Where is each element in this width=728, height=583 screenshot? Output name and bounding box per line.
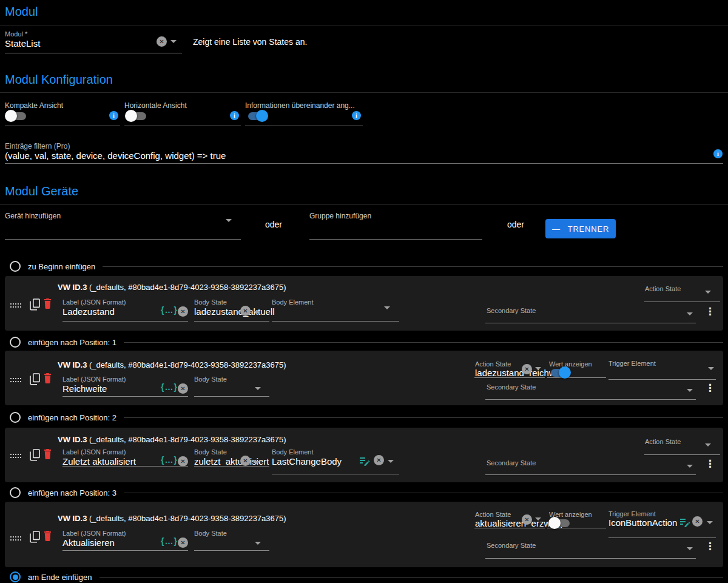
chevron-down-icon[interactable] xyxy=(254,461,260,464)
horizontale-ansicht-switch[interactable] xyxy=(125,110,147,122)
chevron-down-icon[interactable] xyxy=(535,517,541,521)
radio-position-1[interactable] xyxy=(10,337,21,348)
label-json-value[interactable]: Aktualisieren xyxy=(62,538,115,548)
field-underline xyxy=(608,379,716,380)
radio-position-2[interactable] xyxy=(10,412,21,423)
chevron-down-icon[interactable] xyxy=(687,547,693,550)
chevron-down-icon[interactable] xyxy=(255,387,261,390)
radio-position-3[interactable] xyxy=(10,487,21,498)
insert-position-row[interactable]: einfügen nach Position: 3 xyxy=(10,488,723,497)
chevron-down-icon[interactable] xyxy=(254,311,260,314)
field-underline xyxy=(644,454,720,455)
copy-icon[interactable] xyxy=(30,373,40,385)
clear-icon[interactable]: ✕ xyxy=(157,36,167,47)
label-json-value[interactable]: Zuletzt aktualisiert xyxy=(62,456,136,467)
wert-anzeigen-switch[interactable] xyxy=(548,366,571,379)
delete-icon[interactable] xyxy=(44,373,52,383)
chevron-down-icon[interactable] xyxy=(687,312,693,315)
chevron-down-icon[interactable] xyxy=(708,367,714,370)
drag-handle-icon[interactable] xyxy=(10,536,23,541)
clear-icon[interactable]: ✕ xyxy=(178,306,188,317)
chevron-down-icon[interactable] xyxy=(705,291,711,294)
clear-icon[interactable]: ✕ xyxy=(240,456,251,466)
chevron-down-icon[interactable] xyxy=(388,460,394,463)
radio-label[interactable]: einfügen nach Position: 1 xyxy=(28,338,116,347)
device-card: VW ID.3 (_defaults, #80bad4e1-8d79-4023-… xyxy=(5,502,723,567)
radio-label[interactable]: einfügen nach Position: 2 xyxy=(28,413,116,422)
radio-rule xyxy=(124,417,723,418)
informationen-switch[interactable] xyxy=(246,110,268,122)
playlist-edit-icon[interactable] xyxy=(360,457,370,466)
insert-position-row[interactable]: einfügen nach Position: 1 xyxy=(10,337,723,347)
field-label: Body State xyxy=(194,530,227,537)
more-options-icon[interactable]: ⋮ xyxy=(705,459,715,469)
field-underline xyxy=(62,466,188,467)
copy-icon[interactable] xyxy=(30,449,40,461)
clear-icon[interactable]: ✕ xyxy=(374,455,384,465)
copy-icon[interactable] xyxy=(30,531,40,543)
info-icon[interactable]: i xyxy=(230,111,239,120)
wert-anzeigen-switch[interactable] xyxy=(548,517,571,529)
trenner-button-label: TRENNER xyxy=(568,224,609,234)
field-label: Trigger Element xyxy=(608,360,656,367)
info-icon[interactable]: i xyxy=(352,111,361,120)
radio-label[interactable]: am Ende einfügen xyxy=(28,573,92,582)
delete-icon[interactable] xyxy=(44,531,52,541)
chevron-down-icon[interactable] xyxy=(226,219,232,222)
clear-icon[interactable]: ✕ xyxy=(240,306,251,316)
trenner-button[interactable]: — TRENNER xyxy=(545,219,616,238)
chevron-down-icon[interactable] xyxy=(687,389,693,392)
clear-icon[interactable]: ✕ xyxy=(692,516,703,527)
filter-field-value[interactable]: (value, val, state, device, deviceConfig… xyxy=(5,150,226,161)
chevron-down-icon[interactable] xyxy=(255,542,261,545)
json-editor-icon[interactable]: {…} xyxy=(161,536,178,546)
radio-am-ende[interactable] xyxy=(10,571,21,582)
more-options-icon[interactable]: ⋮ xyxy=(705,383,715,393)
clear-icon[interactable]: ✕ xyxy=(178,456,188,467)
field-label: Secondary State xyxy=(487,383,536,391)
field-underline xyxy=(194,550,269,551)
more-options-icon[interactable]: ⋮ xyxy=(705,306,715,317)
toggle-label: Horizontale Ansicht xyxy=(124,101,187,110)
info-icon[interactable]: i xyxy=(109,111,118,120)
info-icon[interactable]: i xyxy=(713,149,723,158)
label-json-value[interactable]: Ladezustand xyxy=(62,306,115,317)
drag-handle-icon[interactable] xyxy=(10,303,23,308)
insert-position-row[interactable]: zu Beginn einfügen xyxy=(10,261,723,271)
json-editor-icon[interactable]: {…} xyxy=(161,305,178,315)
json-editor-icon[interactable]: {…} xyxy=(161,382,178,392)
body-state-value[interactable]: ladezustand_aktuell xyxy=(194,306,275,317)
chevron-down-icon[interactable] xyxy=(170,40,177,43)
insert-position-row[interactable]: am Ende einfügen xyxy=(10,572,723,582)
copy-icon[interactable] xyxy=(30,298,40,311)
label-json-value[interactable]: Reichweite xyxy=(62,383,107,394)
field-label: Body State xyxy=(194,448,227,456)
playlist-edit-icon[interactable] xyxy=(680,518,690,527)
field-underline xyxy=(62,396,188,397)
drag-handle-icon[interactable] xyxy=(10,377,23,383)
more-options-icon[interactable]: ⋮ xyxy=(705,541,715,551)
json-editor-icon[interactable]: {…} xyxy=(161,455,178,465)
drag-handle-icon[interactable] xyxy=(10,453,23,459)
kompakte-ansicht-switch[interactable] xyxy=(5,110,27,122)
body-element-value[interactable]: LastChangeBody xyxy=(272,456,342,467)
device-card: VW ID.3 (_defaults, #80bad4e1-8d79-4023-… xyxy=(5,276,723,331)
radio-zu-beginn[interactable] xyxy=(10,261,21,272)
radio-label[interactable]: einfügen nach Position: 3 xyxy=(28,488,116,497)
delete-icon[interactable] xyxy=(44,449,52,459)
modul-field-value[interactable]: StateList xyxy=(5,38,40,49)
chevron-down-icon[interactable] xyxy=(535,367,541,370)
insert-position-row[interactable]: einfügen nach Position: 2 xyxy=(10,413,723,422)
clear-icon[interactable]: ✕ xyxy=(178,383,188,394)
clear-icon[interactable]: ✕ xyxy=(522,364,532,374)
clear-icon[interactable]: ✕ xyxy=(178,538,188,548)
chevron-down-icon[interactable] xyxy=(687,465,693,468)
chevron-down-icon[interactable] xyxy=(705,443,711,447)
device-title: VW ID.3 (_defaults, #80bad4e1-8d79-4023-… xyxy=(58,435,286,444)
clear-icon[interactable]: ✕ xyxy=(522,514,532,525)
chevron-down-icon[interactable] xyxy=(707,521,713,524)
chevron-down-icon[interactable] xyxy=(384,306,390,309)
trigger-element-value[interactable]: IconButtonAction xyxy=(608,517,677,528)
radio-label[interactable]: zu Beginn einfügen xyxy=(28,262,95,271)
delete-icon[interactable] xyxy=(44,298,52,309)
